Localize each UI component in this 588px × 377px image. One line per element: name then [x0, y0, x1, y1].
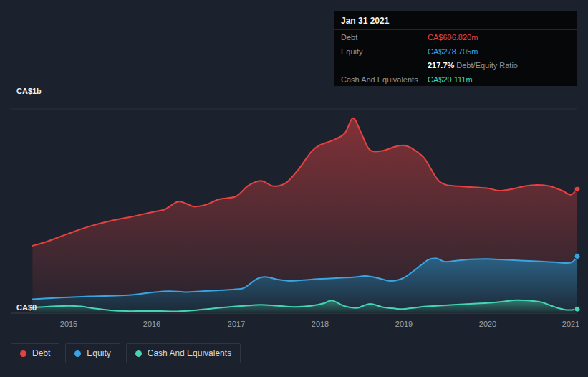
tooltip-ratio-value: 217.7% Debt/Equity Ratio	[428, 61, 577, 70]
y-axis-label-0: CA$0	[16, 303, 37, 312]
tooltip-equity-value: CA$278.705m	[428, 47, 577, 56]
cash-legend-dot-icon	[135, 350, 142, 357]
x-tick-2016: 2016	[143, 320, 160, 328]
tooltip-cash-label: Cash And Equivalents	[334, 75, 428, 84]
chart-tooltip: Jan 31 2021 Debt CA$606.820m Equity CA$2…	[334, 11, 577, 86]
x-tick-2018: 2018	[312, 320, 329, 328]
legend-equity-label: Equity	[87, 348, 110, 358]
tooltip-equity-label: Equity	[334, 47, 428, 56]
x-tick-2019: 2019	[395, 320, 413, 328]
equity-legend-dot-icon	[74, 350, 81, 357]
legend-cash-label: Cash And Equivalents	[148, 348, 231, 358]
tooltip-row-debt: Debt CA$606.820m	[334, 29, 577, 44]
legend-debt-label: Debt	[32, 348, 50, 358]
x-tick-2017: 2017	[228, 320, 245, 328]
legend-item-debt[interactable]: Debt	[11, 343, 59, 363]
tooltip-cash-value: CA$20.111m	[428, 75, 577, 84]
legend-item-cash[interactable]: Cash And Equivalents	[126, 343, 241, 363]
x-tick-2015: 2015	[60, 320, 77, 328]
legend-item-equity[interactable]: Equity	[65, 343, 120, 363]
tooltip-row-cash: Cash And Equivalents CA$20.111m	[334, 72, 577, 86]
tooltip-debt-value: CA$606.820m	[428, 33, 577, 42]
tooltip-date: Jan 31 2021	[334, 11, 577, 29]
chart-legend: Debt Equity Cash And Equivalents	[11, 343, 241, 363]
x-tick-2020: 2020	[479, 320, 496, 328]
tooltip-debt-label: Debt	[334, 33, 428, 42]
debt-legend-dot-icon	[20, 350, 26, 357]
x-tick-2021: 2021	[562, 320, 579, 328]
tooltip-row-equity: Equity CA$278.705m	[334, 44, 577, 58]
debt-equity-history-page: CA$1b CA$0 2015 2016 2017 2018 2019 2020…	[0, 0, 588, 377]
y-axis-label-1b: CA$1b	[16, 87, 42, 95]
tooltip-row-ratio: 217.7% Debt/Equity Ratio	[334, 58, 577, 72]
